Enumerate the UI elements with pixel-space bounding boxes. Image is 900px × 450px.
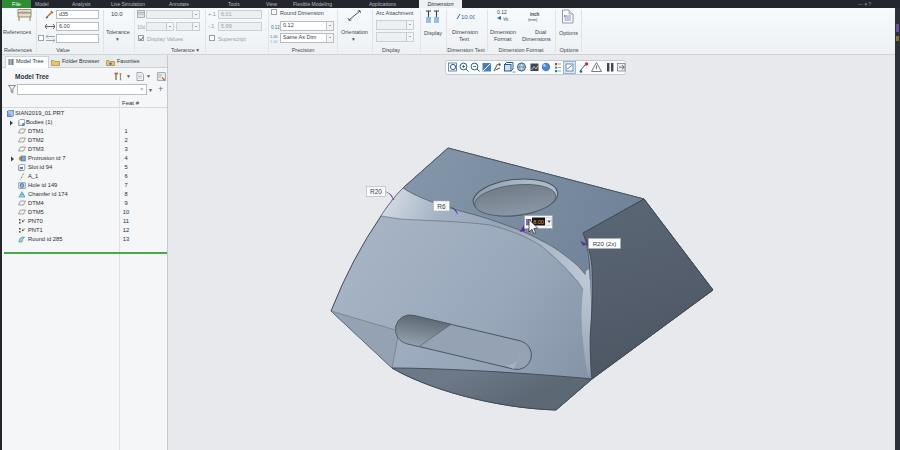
svg-text:R20 (2x): R20 (2x) [593,240,617,247]
svg-text:R20: R20 [370,188,382,195]
svg-text:8.00: 8.00 [533,219,544,225]
svg-text:R6: R6 [437,203,446,210]
